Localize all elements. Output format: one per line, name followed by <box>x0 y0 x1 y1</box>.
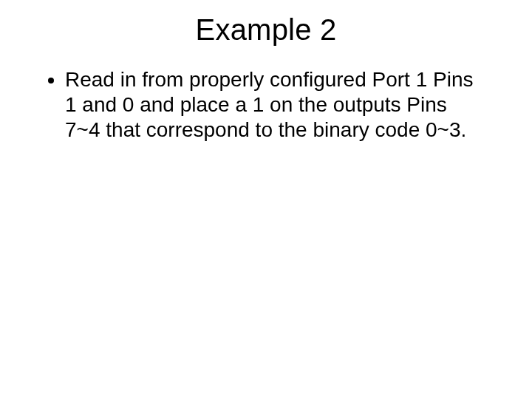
bullet-list: Read in from properly configured Port 1 … <box>44 67 488 143</box>
slide: Example 2 Read in from properly configur… <box>0 0 532 399</box>
slide-title: Example 2 <box>44 13 488 47</box>
list-item: Read in from properly configured Port 1 … <box>65 67 488 143</box>
